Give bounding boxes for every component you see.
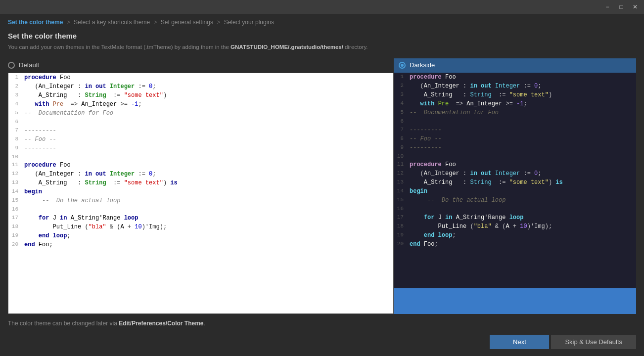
close-button[interactable]: ✕: [628, 0, 642, 14]
table-row: 1procedure Foo: [8, 73, 393, 82]
table-row: 18 Put_Line ("bla" & (A + 10)'Img);: [394, 222, 636, 231]
default-radio[interactable]: [8, 62, 15, 69]
table-row: 15 -- Do the actual loop: [394, 196, 636, 205]
table-row: 7---------: [8, 126, 393, 135]
default-theme-label[interactable]: Default: [8, 58, 394, 73]
table-row: 18 Put_Line ("bla" & (A + 10)'Img);: [8, 222, 393, 231]
table-row: 10: [8, 153, 393, 161]
table-row: 9---------: [8, 144, 393, 153]
breadcrumb-sep3: >: [217, 19, 220, 26]
default-code-preview: 1procedure Foo 2 (An_Integer : in out In…: [8, 73, 394, 314]
table-row: 5-- Documentation for Foo: [8, 109, 393, 118]
table-row: 16: [8, 205, 393, 214]
table-row: 13 A_String : String := "some text") is: [394, 178, 636, 187]
table-row: 4 with Pre => An_Integer >= -1;: [394, 99, 636, 108]
table-row: 8-- Foo --: [394, 134, 636, 143]
table-row: 11procedure Foo: [394, 160, 636, 169]
darkside-extra-area: [394, 288, 636, 314]
table-row: 7---------: [394, 126, 636, 134]
table-row: 17 for J in A_String'Range loop: [8, 214, 393, 222]
minimize-button[interactable]: −: [600, 0, 614, 14]
table-row: 20end Foo;: [8, 240, 393, 249]
table-row: 19 end loop;: [394, 231, 636, 240]
maximize-button[interactable]: □: [614, 0, 628, 14]
table-row: 3 A_String : String := "some text"): [8, 91, 393, 100]
page-subtitle: You can add your own themes in the TextM…: [8, 43, 636, 51]
table-row: 10: [394, 152, 636, 161]
default-theme-panel[interactable]: Default 1procedure Foo 2 (An_Integer : i…: [8, 58, 394, 314]
table-row: 9---------: [394, 143, 636, 152]
table-row: 20end Foo;: [394, 240, 636, 249]
table-row: 12 (An_Integer : in out Integer := 0;: [394, 169, 636, 178]
footer-note: The color theme can be changed later via…: [0, 314, 644, 330]
page-header: Set the color theme You can add your own…: [0, 29, 644, 53]
breadcrumb-step3[interactable]: Set general settings: [161, 19, 213, 26]
default-label-text: Default: [19, 61, 39, 69]
next-button[interactable]: Next: [490, 335, 549, 349]
darkside-code-preview: 1procedure Foo 2 (An_Integer : in out In…: [394, 73, 636, 288]
table-row: 11procedure Foo: [8, 161, 393, 170]
table-row: 17 for J in A_String'Range loop: [394, 213, 636, 222]
table-row: 1procedure Foo: [394, 73, 636, 82]
table-row: 2 (An_Integer : in out Integer := 0;: [394, 82, 636, 90]
table-row: 5-- Documentation for Foo: [394, 108, 636, 117]
page-title: Set the color theme: [8, 32, 636, 40]
breadcrumb: Set the color theme > Select a key short…: [0, 14, 644, 29]
breadcrumb-step2[interactable]: Select a key shortcuts theme: [74, 19, 150, 26]
table-row: 16: [394, 205, 636, 213]
breadcrumb-sep2: >: [153, 19, 157, 26]
table-row: 4 with Pre => An_Integer >= -1;: [8, 100, 393, 109]
table-row: 14begin: [394, 187, 636, 196]
darkside-radio[interactable]: [399, 62, 406, 69]
darkside-theme-panel[interactable]: Darkside 1procedure Foo 2 (An_Integer : …: [394, 58, 636, 314]
table-row: 2 (An_Integer : in out Integer := 0;: [8, 82, 393, 91]
table-row: 12 (An_Integer : in out Integer := 0;: [8, 170, 393, 178]
breadcrumb-sep1: >: [67, 19, 70, 26]
table-row: 3 A_String : String := "some text"): [394, 90, 636, 99]
table-row: 13 A_String : String := "some text") is: [8, 178, 393, 187]
darkside-theme-label[interactable]: Darkside: [394, 58, 636, 73]
breadcrumb-step4[interactable]: Select your plugins: [224, 19, 274, 26]
table-row: 6: [8, 118, 393, 126]
darkside-label-text: Darkside: [410, 61, 435, 69]
skip-button[interactable]: Skip & Use Defaults: [551, 335, 636, 349]
themes-area: Default 1procedure Foo 2 (An_Integer : i…: [0, 53, 644, 314]
table-row: 19 end loop;: [8, 231, 393, 240]
titlebar: − □ ✕: [0, 0, 644, 14]
breadcrumb-step1[interactable]: Set the color theme: [8, 19, 63, 26]
button-bar: Next Skip & Use Defaults: [0, 330, 644, 356]
table-row: 6: [394, 117, 636, 126]
table-row: 15 -- Do the actual loop: [8, 196, 393, 205]
table-row: 8-- Foo --: [8, 135, 393, 144]
table-row: 14begin: [8, 187, 393, 196]
